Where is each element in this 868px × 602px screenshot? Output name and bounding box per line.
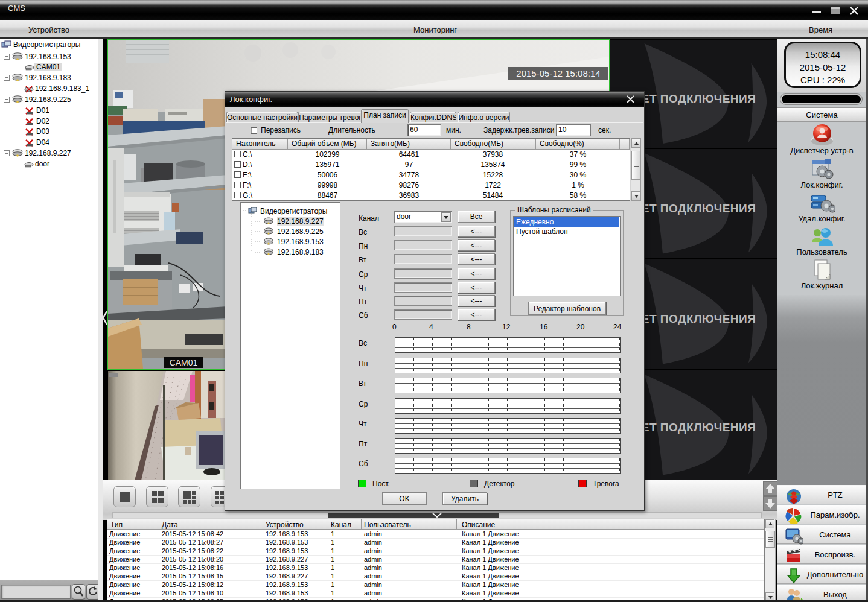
svg-text:CAM01: CAM01 [170,358,198,367]
svg-text:2015-05-12 15:08:14: 2015-05-12 15:08:14 [516,68,600,78]
